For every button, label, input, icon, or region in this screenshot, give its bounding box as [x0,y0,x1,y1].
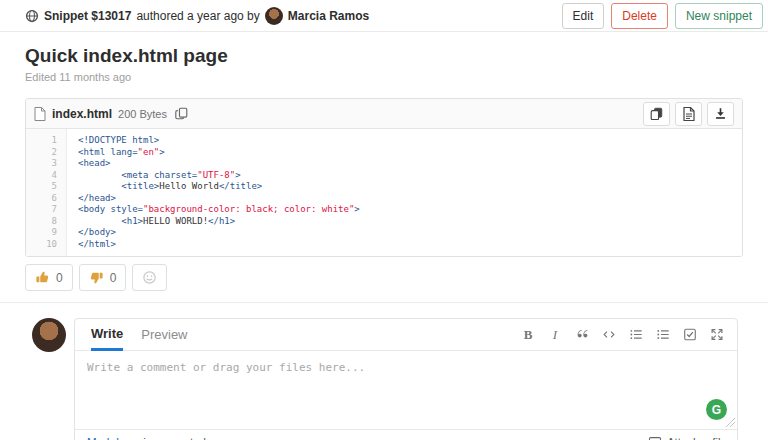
bullet-list-button[interactable] [624,323,648,347]
thumbs-down-count: 0 [110,271,117,285]
thumbs-up-count: 0 [56,271,63,285]
resize-grip[interactable] [726,418,735,427]
file-name: index.html [52,107,112,121]
code-line-row: 5 <title>Hello World</title> [26,181,742,193]
attach-file-icon [648,436,662,440]
visibility-globe-icon [25,9,39,23]
add-reaction-button[interactable] [132,264,167,291]
code-line-row: 6</head> [26,193,742,205]
fullscreen-button[interactable] [705,323,729,347]
page-title: Quick index.html page [25,45,743,67]
line-number-link[interactable]: 3 [26,158,66,170]
snippet-id: Snippet $13017 [44,9,131,23]
line-number-link[interactable]: 4 [26,170,66,182]
code-line: <html lang="en"> [66,147,165,159]
quote-button[interactable] [570,323,594,347]
line-number-link[interactable]: 10 [26,239,66,251]
tab-write[interactable]: Write [91,319,123,351]
italic-button[interactable]: I [543,323,567,347]
copy-file-path-icon[interactable] [173,105,190,122]
grammarly-icon[interactable]: G [706,399,727,420]
code-line-row: 7<body style="background-color: black; c… [26,204,742,216]
task-list-button[interactable] [678,323,702,347]
code-line: <body style="background-color: black; co… [66,204,360,216]
author-avatar[interactable] [265,7,283,25]
bold-button[interactable]: B [516,323,540,347]
current-user-avatar [32,318,66,352]
open-raw-button[interactable] [675,102,702,126]
numbered-list-button[interactable] [651,323,675,347]
section-divider [0,302,768,303]
code-line-row: 3<head> [26,158,742,170]
copy-file-contents-button[interactable] [643,102,670,126]
edited-timestamp: Edited 11 months ago [25,71,743,83]
attach-file-button[interactable]: Attach a file [648,436,727,440]
author-name[interactable]: Marcia Ramos [288,9,369,23]
thumbs-up-icon [35,270,50,285]
file-header: index.html 200 Bytes [26,99,742,129]
delete-button[interactable]: Delete [611,3,668,29]
smiley-icon [142,270,157,285]
line-number-link[interactable]: 9 [26,227,66,239]
code-line: <head> [66,158,111,170]
comment-form: Write Preview B I [32,318,738,440]
code-line: <meta charset="UTF-8"> [66,170,241,182]
code-line-row: 1<!DOCTYPE html> [26,135,742,147]
comment-card: Write Preview B I [74,318,738,440]
award-emoji-block: 0 0 [25,264,743,291]
snippet-meta-bar: Snippet $13017 authored a year ago by Ma… [0,0,768,32]
file-icon [34,107,46,121]
line-number-link[interactable]: 8 [26,216,66,228]
code-line: </html> [66,239,116,251]
code-line: <title>Hello World</title> [66,181,262,193]
new-snippet-button[interactable]: New snippet [675,3,763,29]
line-number-link[interactable]: 5 [26,181,66,193]
code-line-row: 9</body> [26,227,742,239]
markdown-supported-text: Markdown is supported [87,436,206,440]
code-line-row: 10</html> [26,239,742,251]
line-number-link[interactable]: 7 [26,204,66,216]
code-line: </body> [66,227,116,239]
code-line-row: 4 <meta charset="UTF-8"> [26,170,742,182]
line-number-link[interactable]: 1 [26,135,66,147]
markdown-link[interactable]: Markdown [87,436,140,440]
line-number-link[interactable]: 6 [26,193,66,205]
comment-textarea[interactable] [75,351,737,429]
thumbs-up-button[interactable]: 0 [25,264,73,291]
code-line-row: 8 <h1>HELLO WORLD!</h1> [26,216,742,228]
code-line: <h1>HELLO WORLD!</h1> [66,216,235,228]
code-line: <!DOCTYPE html> [66,135,159,147]
code-line-row: 2<html lang="en"> [26,147,742,159]
thumbs-down-icon [89,270,104,285]
snippet-file-card: index.html 200 Bytes 1<!DOCTYPE html>2<h… [25,98,743,257]
code-button[interactable] [597,323,621,347]
code-line: </head> [66,193,116,205]
file-size: 200 Bytes [118,108,167,120]
tab-preview[interactable]: Preview [141,319,187,350]
markdown-toolbar: B I [516,319,737,350]
edit-button[interactable]: Edit [562,3,605,29]
thumbs-down-button[interactable]: 0 [79,264,127,291]
line-number-link[interactable]: 2 [26,147,66,159]
download-button[interactable] [707,102,734,126]
authored-text: authored a year ago by [136,9,259,23]
code-lines: 1<!DOCTYPE html>2<html lang="en">3<head>… [26,129,742,256]
